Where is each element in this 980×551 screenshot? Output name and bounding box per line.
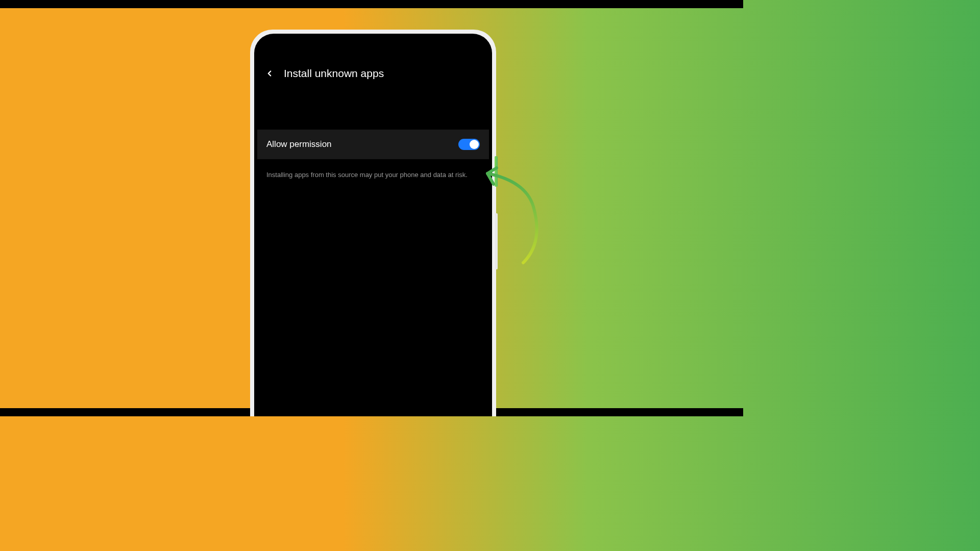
allow-permission-row[interactable]: Allow permission xyxy=(257,130,489,159)
settings-header: Install unknown apps xyxy=(257,45,489,89)
setting-label: Allow permission xyxy=(266,139,332,149)
toggle-knob xyxy=(470,140,479,149)
page-title: Install unknown apps xyxy=(284,67,384,80)
permission-toggle[interactable] xyxy=(458,139,480,150)
chevron-left-icon xyxy=(265,69,274,78)
side-button-volume xyxy=(495,156,498,187)
settings-content: Allow permission Installing apps from th… xyxy=(257,89,489,191)
letterbox-top xyxy=(0,0,743,8)
phone-bezel: Install unknown apps Allow permission In… xyxy=(254,34,492,416)
warning-description: Installing apps from this source may put… xyxy=(257,159,489,191)
back-button[interactable] xyxy=(263,67,276,80)
side-button-power xyxy=(495,213,498,269)
phone-screen: Install unknown apps Allow permission In… xyxy=(257,41,489,416)
phone-frame: Install unknown apps Allow permission In… xyxy=(250,30,496,416)
